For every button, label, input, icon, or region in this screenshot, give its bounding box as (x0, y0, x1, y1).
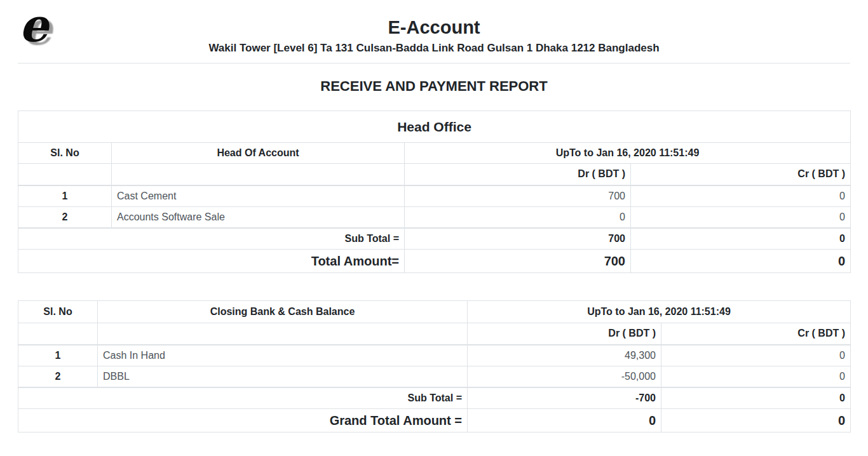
col-header-head-of-account: Head Of Account (112, 143, 405, 164)
col-header-sl-no: Sl. No (18, 143, 112, 164)
cr-amount-cell: 0 (661, 345, 851, 366)
table-subheader-row: Dr ( BDT ) Cr ( BDT ) (18, 164, 851, 185)
subtotal-cr-cell: 0 (661, 387, 851, 409)
col-header-dr: Dr ( BDT ) (468, 323, 661, 345)
col-header-cr: Cr ( BDT ) (661, 323, 851, 345)
dr-amount-cell: 49,300 (468, 345, 661, 366)
account-cell: Cash In Hand (98, 345, 468, 366)
table-subheader-row: Dr ( BDT ) Cr ( BDT ) (18, 323, 851, 345)
total-dr-cell: 700 (405, 250, 631, 273)
sl-no-cell: 1 (18, 185, 112, 207)
dr-amount-cell: 700 (405, 185, 631, 207)
empty-cell (98, 323, 468, 345)
dr-amount-cell: 0 (405, 207, 631, 228)
app-title: E-Account (0, 17, 868, 38)
col-header-upto: UpTo to Jan 16, 2020 11:51:49 (468, 301, 851, 323)
empty-cell (18, 323, 98, 345)
header-divider (18, 63, 850, 64)
table-header-row: Sl. No Closing Bank & Cash Balance UpTo … (18, 301, 851, 323)
grand-total-label: Grand Total Amount = (18, 409, 468, 433)
subtotal-dr-cell: 700 (405, 228, 631, 250)
account-cell: DBBL (98, 366, 468, 387)
closing-balance-table: Sl. No Closing Bank & Cash Balance UpTo … (18, 300, 851, 433)
receive-payment-report-page: e E-Account Wakil Tower [Level 6] Ta 131… (0, 0, 868, 456)
sl-no-cell: 1 (18, 345, 98, 366)
table-row: 1 Cast Cement 700 0 (18, 185, 851, 207)
subtotal-cr-cell: 0 (631, 228, 851, 250)
empty-cell (18, 164, 112, 185)
grand-total-row: Grand Total Amount = 0 0 (18, 409, 851, 433)
total-cr-cell: 0 (631, 250, 851, 273)
col-header-sl-no: Sl. No (18, 301, 98, 323)
dr-amount-cell: -50,000 (468, 366, 661, 387)
table-row: 1 Cash In Hand 49,300 0 (18, 345, 851, 366)
cr-amount-cell: 0 (631, 185, 851, 207)
sl-no-cell: 2 (18, 207, 112, 228)
table-row: 2 DBBL -50,000 0 (18, 366, 851, 387)
report-title: RECEIVE AND PAYMENT REPORT (0, 78, 868, 94)
table-caption-row: Head Office (18, 111, 851, 143)
grand-total-cr-cell: 0 (661, 409, 851, 433)
e-account-logo: e (19, 3, 48, 48)
subtotal-label: Sub Total = (18, 387, 468, 409)
col-header-dr: Dr ( BDT ) (405, 164, 631, 185)
cr-amount-cell: 0 (661, 366, 851, 387)
subtotal-row: Sub Total = -700 0 (18, 387, 851, 409)
total-row: Total Amount= 700 0 (18, 250, 851, 273)
company-address: Wakil Tower [Level 6] Ta 131 Culsan-Badd… (0, 41, 868, 55)
subtotal-row: Sub Total = 700 0 (18, 228, 851, 250)
table-row: 2 Accounts Software Sale 0 0 (18, 207, 851, 228)
col-header-upto: UpTo to Jan 16, 2020 11:51:49 (405, 143, 851, 164)
empty-cell (112, 164, 405, 185)
total-label: Total Amount= (18, 250, 405, 273)
table-header-row: Sl. No Head Of Account UpTo to Jan 16, 2… (18, 143, 851, 164)
col-header-closing-balance: Closing Bank & Cash Balance (98, 301, 468, 323)
subtotal-label: Sub Total = (18, 228, 405, 250)
account-cell: Accounts Software Sale (112, 207, 405, 228)
cr-amount-cell: 0 (631, 207, 851, 228)
account-cell: Cast Cement (112, 185, 405, 207)
head-office-table: Head Office Sl. No Head Of Account UpTo … (18, 111, 851, 273)
sl-no-cell: 2 (18, 366, 98, 387)
col-header-cr: Cr ( BDT ) (631, 164, 851, 185)
subtotal-dr-cell: -700 (468, 387, 661, 409)
grand-total-dr-cell: 0 (468, 409, 661, 433)
table-caption: Head Office (18, 111, 851, 143)
